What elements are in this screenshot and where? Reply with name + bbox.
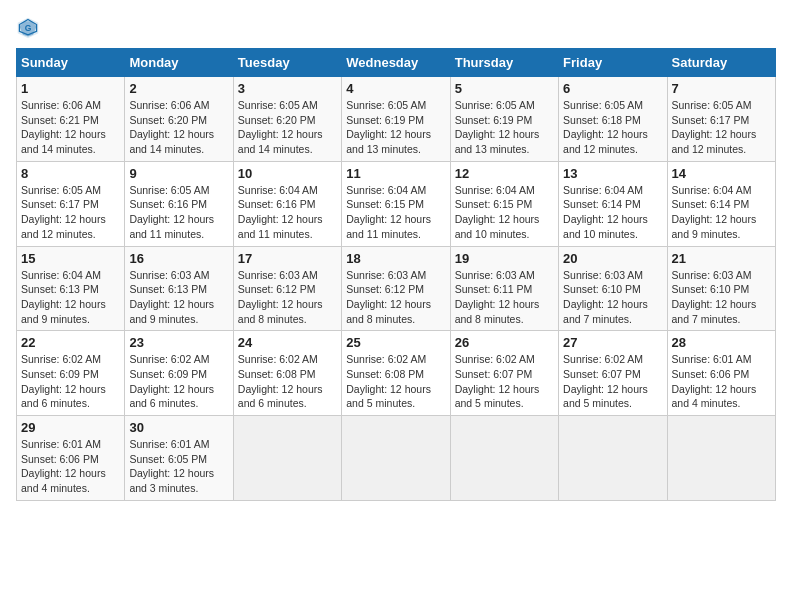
daylight: Daylight: 12 hours and 9 minutes. bbox=[672, 213, 757, 240]
day-info: Sunrise: 6:05 AM Sunset: 6:19 PM Dayligh… bbox=[455, 98, 554, 157]
sunrise: Sunrise: 6:05 AM bbox=[238, 99, 318, 111]
sunset: Sunset: 6:09 PM bbox=[129, 368, 207, 380]
daylight: Daylight: 12 hours and 8 minutes. bbox=[455, 298, 540, 325]
table-row: 29 Sunrise: 6:01 AM Sunset: 6:06 PM Dayl… bbox=[17, 416, 125, 501]
day-info: Sunrise: 6:04 AM Sunset: 6:15 PM Dayligh… bbox=[455, 183, 554, 242]
sunrise: Sunrise: 6:02 AM bbox=[563, 353, 643, 365]
sunset: Sunset: 6:17 PM bbox=[21, 198, 99, 210]
logo: G bbox=[16, 16, 44, 40]
day-info: Sunrise: 6:05 AM Sunset: 6:16 PM Dayligh… bbox=[129, 183, 228, 242]
day-number: 14 bbox=[672, 166, 771, 181]
day-number: 7 bbox=[672, 81, 771, 96]
day-number: 1 bbox=[21, 81, 120, 96]
day-number: 26 bbox=[455, 335, 554, 350]
table-row: 10 Sunrise: 6:04 AM Sunset: 6:16 PM Dayl… bbox=[233, 161, 341, 246]
sunset: Sunset: 6:17 PM bbox=[672, 114, 750, 126]
sunset: Sunset: 6:06 PM bbox=[21, 453, 99, 465]
sunset: Sunset: 6:07 PM bbox=[455, 368, 533, 380]
sunrise: Sunrise: 6:05 AM bbox=[563, 99, 643, 111]
sunrise: Sunrise: 6:04 AM bbox=[238, 184, 318, 196]
daylight: Daylight: 12 hours and 6 minutes. bbox=[21, 383, 106, 410]
day-number: 10 bbox=[238, 166, 337, 181]
day-info: Sunrise: 6:03 AM Sunset: 6:10 PM Dayligh… bbox=[672, 268, 771, 327]
table-row: 21 Sunrise: 6:03 AM Sunset: 6:10 PM Dayl… bbox=[667, 246, 775, 331]
sunrise: Sunrise: 6:03 AM bbox=[672, 269, 752, 281]
daylight: Daylight: 12 hours and 4 minutes. bbox=[672, 383, 757, 410]
sunset: Sunset: 6:18 PM bbox=[563, 114, 641, 126]
sunrise: Sunrise: 6:05 AM bbox=[21, 184, 101, 196]
day-number: 8 bbox=[21, 166, 120, 181]
table-row: 8 Sunrise: 6:05 AM Sunset: 6:17 PM Dayli… bbox=[17, 161, 125, 246]
table-row bbox=[559, 416, 667, 501]
sunrise: Sunrise: 6:02 AM bbox=[346, 353, 426, 365]
day-number: 12 bbox=[455, 166, 554, 181]
daylight: Daylight: 12 hours and 11 minutes. bbox=[238, 213, 323, 240]
sunset: Sunset: 6:14 PM bbox=[563, 198, 641, 210]
daylight: Daylight: 12 hours and 12 minutes. bbox=[672, 128, 757, 155]
table-row: 27 Sunrise: 6:02 AM Sunset: 6:07 PM Dayl… bbox=[559, 331, 667, 416]
day-info: Sunrise: 6:03 AM Sunset: 6:11 PM Dayligh… bbox=[455, 268, 554, 327]
day-info: Sunrise: 6:04 AM Sunset: 6:15 PM Dayligh… bbox=[346, 183, 445, 242]
daylight: Daylight: 12 hours and 10 minutes. bbox=[455, 213, 540, 240]
sunrise: Sunrise: 6:02 AM bbox=[238, 353, 318, 365]
day-number: 15 bbox=[21, 251, 120, 266]
sunset: Sunset: 6:20 PM bbox=[129, 114, 207, 126]
sunrise: Sunrise: 6:05 AM bbox=[346, 99, 426, 111]
sunset: Sunset: 6:21 PM bbox=[21, 114, 99, 126]
sunrise: Sunrise: 6:03 AM bbox=[238, 269, 318, 281]
day-info: Sunrise: 6:01 AM Sunset: 6:06 PM Dayligh… bbox=[672, 352, 771, 411]
table-row: 30 Sunrise: 6:01 AM Sunset: 6:05 PM Dayl… bbox=[125, 416, 233, 501]
table-row: 20 Sunrise: 6:03 AM Sunset: 6:10 PM Dayl… bbox=[559, 246, 667, 331]
day-number: 6 bbox=[563, 81, 662, 96]
day-info: Sunrise: 6:04 AM Sunset: 6:13 PM Dayligh… bbox=[21, 268, 120, 327]
sunrise: Sunrise: 6:05 AM bbox=[455, 99, 535, 111]
day-info: Sunrise: 6:05 AM Sunset: 6:20 PM Dayligh… bbox=[238, 98, 337, 157]
daylight: Daylight: 12 hours and 7 minutes. bbox=[672, 298, 757, 325]
sunrise: Sunrise: 6:02 AM bbox=[129, 353, 209, 365]
daylight: Daylight: 12 hours and 4 minutes. bbox=[21, 467, 106, 494]
sunset: Sunset: 6:10 PM bbox=[672, 283, 750, 295]
sunrise: Sunrise: 6:01 AM bbox=[672, 353, 752, 365]
day-number: 3 bbox=[238, 81, 337, 96]
sunset: Sunset: 6:16 PM bbox=[238, 198, 316, 210]
day-number: 25 bbox=[346, 335, 445, 350]
calendar-week-row: 8 Sunrise: 6:05 AM Sunset: 6:17 PM Dayli… bbox=[17, 161, 776, 246]
day-info: Sunrise: 6:01 AM Sunset: 6:05 PM Dayligh… bbox=[129, 437, 228, 496]
table-row: 13 Sunrise: 6:04 AM Sunset: 6:14 PM Dayl… bbox=[559, 161, 667, 246]
sunset: Sunset: 6:19 PM bbox=[346, 114, 424, 126]
calendar-week-row: 29 Sunrise: 6:01 AM Sunset: 6:06 PM Dayl… bbox=[17, 416, 776, 501]
table-row: 16 Sunrise: 6:03 AM Sunset: 6:13 PM Dayl… bbox=[125, 246, 233, 331]
daylight: Daylight: 12 hours and 3 minutes. bbox=[129, 467, 214, 494]
day-info: Sunrise: 6:05 AM Sunset: 6:19 PM Dayligh… bbox=[346, 98, 445, 157]
sunrise: Sunrise: 6:01 AM bbox=[21, 438, 101, 450]
table-row: 23 Sunrise: 6:02 AM Sunset: 6:09 PM Dayl… bbox=[125, 331, 233, 416]
sunset: Sunset: 6:12 PM bbox=[346, 283, 424, 295]
sunset: Sunset: 6:13 PM bbox=[129, 283, 207, 295]
day-number: 5 bbox=[455, 81, 554, 96]
sunrise: Sunrise: 6:03 AM bbox=[346, 269, 426, 281]
table-row: 11 Sunrise: 6:04 AM Sunset: 6:15 PM Dayl… bbox=[342, 161, 450, 246]
daylight: Daylight: 12 hours and 8 minutes. bbox=[238, 298, 323, 325]
col-wednesday: Wednesday bbox=[342, 49, 450, 77]
svg-text:G: G bbox=[25, 23, 32, 33]
day-number: 4 bbox=[346, 81, 445, 96]
daylight: Daylight: 12 hours and 13 minutes. bbox=[346, 128, 431, 155]
sunset: Sunset: 6:08 PM bbox=[238, 368, 316, 380]
table-row: 22 Sunrise: 6:02 AM Sunset: 6:09 PM Dayl… bbox=[17, 331, 125, 416]
calendar-header-row: Sunday Monday Tuesday Wednesday Thursday… bbox=[17, 49, 776, 77]
col-thursday: Thursday bbox=[450, 49, 558, 77]
day-info: Sunrise: 6:01 AM Sunset: 6:06 PM Dayligh… bbox=[21, 437, 120, 496]
day-info: Sunrise: 6:05 AM Sunset: 6:18 PM Dayligh… bbox=[563, 98, 662, 157]
sunrise: Sunrise: 6:01 AM bbox=[129, 438, 209, 450]
day-number: 19 bbox=[455, 251, 554, 266]
col-monday: Monday bbox=[125, 49, 233, 77]
day-info: Sunrise: 6:02 AM Sunset: 6:09 PM Dayligh… bbox=[21, 352, 120, 411]
daylight: Daylight: 12 hours and 5 minutes. bbox=[455, 383, 540, 410]
calendar-week-row: 15 Sunrise: 6:04 AM Sunset: 6:13 PM Dayl… bbox=[17, 246, 776, 331]
table-row: 25 Sunrise: 6:02 AM Sunset: 6:08 PM Dayl… bbox=[342, 331, 450, 416]
day-info: Sunrise: 6:06 AM Sunset: 6:20 PM Dayligh… bbox=[129, 98, 228, 157]
sunset: Sunset: 6:05 PM bbox=[129, 453, 207, 465]
day-number: 20 bbox=[563, 251, 662, 266]
day-number: 16 bbox=[129, 251, 228, 266]
day-info: Sunrise: 6:03 AM Sunset: 6:12 PM Dayligh… bbox=[346, 268, 445, 327]
